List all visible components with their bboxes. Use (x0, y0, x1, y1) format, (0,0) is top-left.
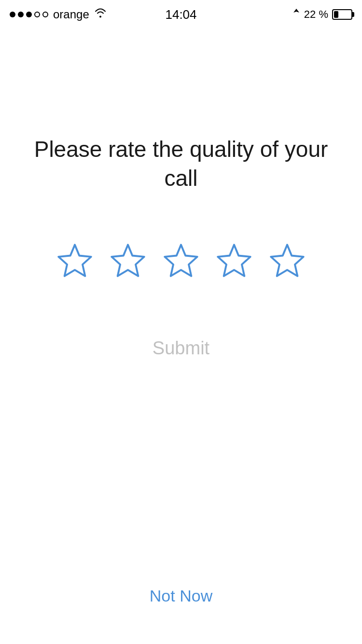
status-bar: orange 14:04 22 % (0, 0, 362, 29)
wifi-icon (94, 8, 107, 21)
status-left: orange (10, 8, 107, 21)
status-time: 14:04 (165, 7, 196, 22)
location-icon (292, 9, 300, 21)
prompt-text: Please rate the quality of your call (0, 135, 362, 193)
main-content: Please rate the quality of your call (0, 29, 362, 644)
not-now-container: Not Now (150, 587, 212, 605)
star-4[interactable] (215, 241, 253, 280)
not-now-button[interactable]: Not Now (150, 587, 212, 605)
signal-dot-3 (26, 12, 32, 17)
signal-dot-4 (34, 12, 40, 17)
signal-dot-2 (18, 12, 24, 17)
status-right: 22 % (292, 8, 352, 21)
star-1[interactable] (56, 241, 94, 280)
star-2[interactable] (109, 241, 147, 280)
battery-icon (332, 9, 352, 20)
star-5[interactable] (268, 241, 306, 280)
star-rating[interactable] (56, 241, 306, 280)
carrier-name: orange (53, 8, 89, 21)
battery-percent: 22 % (304, 8, 328, 21)
submit-button[interactable]: Submit (124, 328, 238, 368)
signal-dot-5 (42, 12, 48, 17)
battery-fill (334, 11, 338, 18)
signal-dots (10, 12, 48, 17)
star-3[interactable] (162, 241, 200, 280)
signal-dot-1 (10, 12, 15, 17)
